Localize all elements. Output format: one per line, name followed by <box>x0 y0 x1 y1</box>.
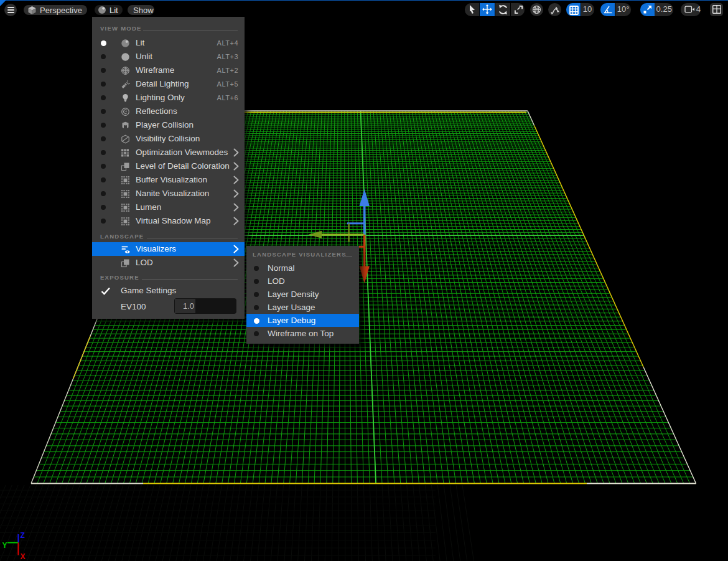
svg-text:X: X <box>21 552 26 561</box>
svg-text:Y: Y <box>2 541 7 550</box>
svg-text:Z: Z <box>21 531 25 540</box>
